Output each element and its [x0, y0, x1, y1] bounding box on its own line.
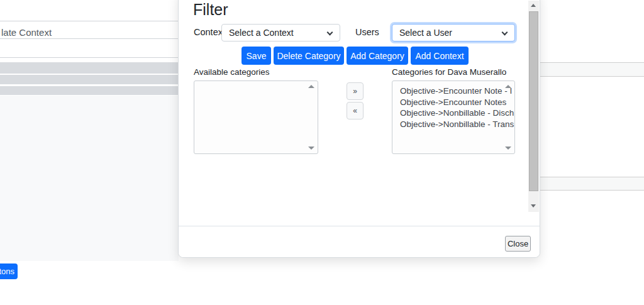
list-option[interactable]: Objective->Nonbillable - Disch: [392, 108, 514, 119]
move-right-button[interactable]: »: [347, 82, 364, 100]
users-select[interactable]: Select a User: [392, 24, 515, 42]
add-category-button[interactable]: Add Category: [347, 47, 408, 65]
assigned-categories-listbox[interactable]: Objective->Encounter Note - IObjective->…: [392, 80, 515, 154]
delete-category-button[interactable]: Delete Category: [274, 47, 344, 65]
scrollbar-up-button[interactable]: [528, 1, 539, 10]
scroll-down-icon[interactable]: [308, 147, 314, 150]
save-button[interactable]: Save: [242, 47, 271, 65]
scroll-up-icon[interactable]: [505, 85, 511, 88]
available-categories-label: Available categories: [194, 67, 270, 77]
background-partial-text: late Context: [1, 27, 52, 38]
chevron-down-icon: [327, 30, 333, 36]
close-button[interactable]: Close: [505, 236, 531, 252]
background-partial-button[interactable]: tons: [0, 263, 18, 279]
background-table-row: [0, 86, 179, 95]
context-select-value: Select a Context: [229, 28, 294, 38]
users-select-value: Select a User: [399, 28, 452, 38]
background-white-row: [0, 39, 179, 58]
modal-title: Filter: [193, 1, 228, 19]
scroll-down-icon[interactable]: [505, 147, 511, 150]
list-option[interactable]: Objective->Nonbillable - Trans: [392, 119, 514, 130]
scroll-down-icon: [531, 204, 536, 208]
background-panel: [0, 96, 179, 261]
chevron-down-icon: [502, 30, 508, 36]
context-label: Context: [194, 27, 225, 37]
modal-footer: Close: [179, 226, 540, 257]
background-table-row: [0, 75, 179, 84]
scrollbar-thumb[interactable]: [529, 11, 538, 191]
background-right-row: [540, 62, 644, 77]
background-right-row: [540, 177, 644, 191]
list-option[interactable]: Objective->Encounter Notes: [392, 97, 514, 108]
assigned-categories-label: Categories for Dava Muserallo: [392, 67, 506, 77]
move-left-button[interactable]: «: [347, 102, 364, 119]
add-context-button[interactable]: Add Context: [411, 47, 469, 65]
list-option[interactable]: Objective->Encounter Note - I: [392, 86, 514, 97]
context-select[interactable]: Select a Context: [221, 24, 340, 42]
page: late Context tons Filter Context Select …: [0, 0, 644, 305]
scrollbar-down-button[interactable]: [528, 201, 539, 211]
background-table-row: [0, 62, 179, 74]
filter-modal: Filter Context Select a Context Users Se…: [178, 0, 540, 258]
scroll-up-icon: [531, 4, 536, 7]
available-categories-listbox[interactable]: [194, 80, 318, 154]
users-label: Users: [355, 27, 379, 37]
scroll-up-icon[interactable]: [308, 85, 314, 88]
modal-scrollbar[interactable]: [528, 1, 539, 212]
